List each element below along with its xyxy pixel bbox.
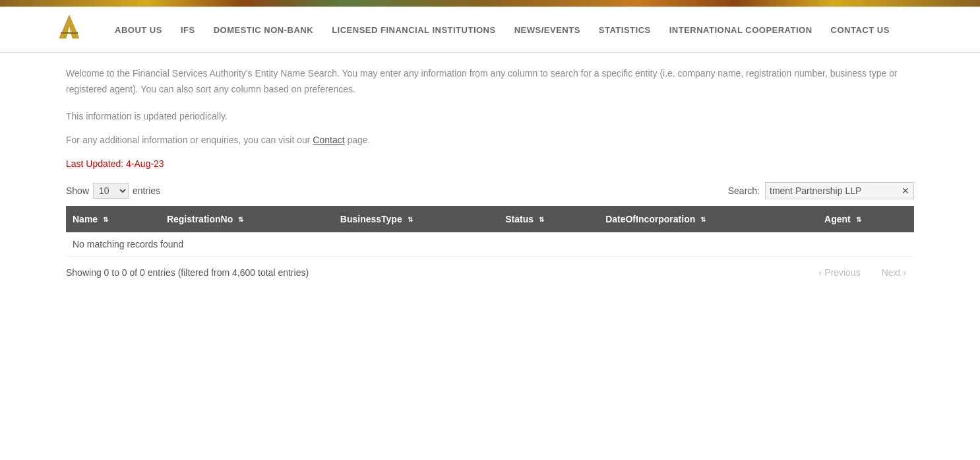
show-entries: Show 10 25 50 100 entries — [66, 183, 160, 199]
main-content: Welcome to the Financial Services Author… — [0, 53, 980, 302]
sort-arrows-date[interactable]: ⇅ — [700, 216, 706, 223]
col-registration[interactable]: RegistrationNo ⇅ — [160, 206, 334, 232]
nav-item-licensed[interactable]: LICENSED FINANCIAL INSTITUTIONS — [322, 24, 505, 35]
show-label: Show — [66, 185, 89, 196]
contact-text-before: For any additional information or enquir… — [66, 135, 313, 145]
sort-arrows-agent[interactable]: ⇅ — [856, 216, 861, 223]
contact-link[interactable]: Contact — [313, 135, 344, 145]
nav-item-contact[interactable]: CONTACT US — [822, 24, 899, 35]
data-table: Name ⇅ RegistrationNo ⇅ BusinessType ⇅ S… — [66, 206, 914, 257]
col-agent[interactable]: Agent ⇅ — [818, 206, 914, 232]
last-updated-label: Last Updated: — [66, 158, 123, 169]
search-input[interactable] — [766, 183, 898, 199]
entries-info: Showing 0 to 0 of 0 entries (filtered fr… — [66, 267, 309, 278]
table-header-row: Name ⇅ RegistrationNo ⇅ BusinessType ⇅ S… — [66, 206, 914, 232]
search-clear-button[interactable]: ✕ — [898, 184, 913, 197]
nav-item-domestic[interactable]: DOMESTIC NON-BANK — [204, 24, 323, 35]
nav-item-about-us[interactable]: ABOUT US — [106, 24, 171, 35]
contact-info: For any additional information or enquir… — [66, 135, 914, 145]
table-controls: Show 10 25 50 100 entries Search: ✕ — [66, 182, 914, 199]
update-notice: This information is updated periodically… — [66, 111, 914, 121]
entries-label: entries — [133, 185, 160, 196]
entries-select[interactable]: 10 25 50 100 — [93, 183, 129, 199]
intro-text: Welcome to the Financial Services Author… — [66, 66, 914, 98]
nav-item-news[interactable]: NEWS/EVENTS — [505, 24, 590, 35]
svg-marker-0 — [59, 15, 79, 38]
col-date[interactable]: DateOfIncorporation ⇅ — [599, 206, 818, 232]
search-box: Search: ✕ — [728, 182, 914, 199]
header-image-strip — [0, 0, 980, 7]
contact-text-after: page. — [345, 135, 371, 145]
col-status[interactable]: Status ⇅ — [499, 206, 599, 232]
navigation: ABOUT US IFS DOMESTIC NON-BANK LICENSED … — [0, 7, 980, 53]
nav-item-statistics[interactable]: STATISTICS — [590, 24, 660, 35]
search-label: Search: — [728, 185, 760, 196]
nav-item-ifs[interactable]: IFS — [171, 24, 204, 35]
sort-arrows-reg[interactable]: ⇅ — [238, 216, 243, 223]
no-records-row: No matching records found — [66, 232, 914, 257]
next-button[interactable]: Next › — [874, 263, 914, 282]
pagination: ‹ Previous Next › — [811, 263, 914, 282]
search-input-wrapper: ✕ — [765, 182, 914, 199]
sort-arrows-name[interactable]: ⇅ — [103, 216, 108, 223]
col-name[interactable]: Name ⇅ — [66, 206, 160, 232]
sort-arrows-biz[interactable]: ⇅ — [408, 216, 413, 223]
table-footer: Showing 0 to 0 of 0 entries (filtered fr… — [66, 263, 914, 282]
nav-links: ABOUT US IFS DOMESTIC NON-BANK LICENSED … — [106, 24, 899, 35]
last-updated-date: 4-Aug-23 — [123, 158, 164, 169]
last-updated: Last Updated: 4-Aug-23 — [66, 158, 914, 169]
logo[interactable] — [53, 12, 86, 47]
col-businesstype[interactable]: BusinessType ⇅ — [334, 206, 499, 232]
nav-item-international[interactable]: INTERNATIONAL COOPERATION — [660, 24, 822, 35]
sort-arrows-status[interactable]: ⇅ — [539, 216, 544, 223]
previous-button[interactable]: ‹ Previous — [811, 263, 869, 282]
no-records-message: No matching records found — [66, 232, 914, 257]
